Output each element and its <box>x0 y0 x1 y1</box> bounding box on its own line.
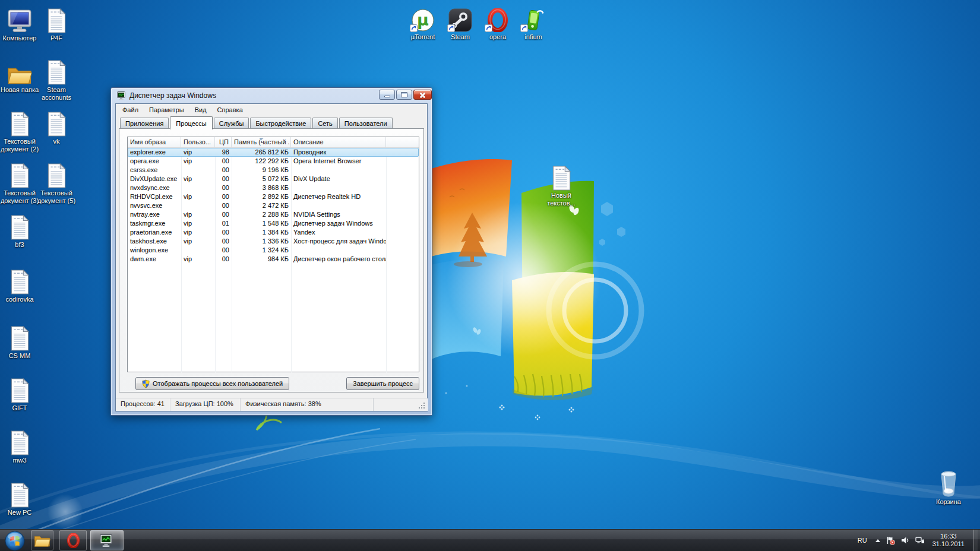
cell-ЦП: 00 <box>215 255 232 264</box>
desktop-icon-codirovka[interactable]: codirovka <box>0 267 42 303</box>
column-header-Пользо...[interactable]: Пользо... <box>181 137 215 147</box>
taskbar: RU 16:33 31.10.2011 <box>0 529 980 551</box>
process-row-dwm.exe[interactable]: dwm.exevip00984 КБДиспетчер окон рабочег… <box>128 255 419 264</box>
process-row-praetorian.exe[interactable]: praetorian.exevip001 384 КБYandex <box>128 228 419 237</box>
desktop-icon-textdoc-5[interactable]: Текстовый документ (5) <box>34 161 79 205</box>
volume-icon[interactable] <box>900 536 910 545</box>
menu-Файл[interactable]: Файл <box>117 104 144 115</box>
process-row-DivXUpdate.exe[interactable]: DivXUpdate.exevip005 072 КБDivX Update <box>128 175 419 183</box>
resize-grip[interactable] <box>418 401 426 410</box>
process-row-csrss.exe[interactable]: csrss.exe009 196 КБ <box>128 166 419 175</box>
cell-Имя образа: DivXUpdate.exe <box>128 175 181 183</box>
menu-Параметры[interactable]: Параметры <box>144 104 189 115</box>
cell-Память (частный ...: 1 336 КБ <box>232 237 291 246</box>
cell-ЦП: 00 <box>215 246 232 255</box>
column-header-Имя образа[interactable]: Имя образа <box>128 137 181 147</box>
cell-Пользо...: vip <box>181 255 215 264</box>
maximize-button[interactable] <box>396 90 412 100</box>
desktop-icon-label: Текстовый документ (5) <box>34 189 79 205</box>
cell-Описание: Диспетчер задач Windows <box>291 219 386 228</box>
process-row-opera.exe[interactable]: opera.exevip00122 292 КБOpera Internet B… <box>128 157 419 166</box>
shortcut-arrow-icon <box>485 24 492 32</box>
cell-ЦП: 00 <box>215 157 232 166</box>
tab-Процессы[interactable]: Процессы <box>170 116 212 129</box>
desktop-icon-vk[interactable]: vk <box>34 109 79 145</box>
window-client-area: ФайлПараметрыВидСправка ПриложенияПроцес… <box>115 103 428 411</box>
desktop-icon-mw3[interactable]: mw3 <box>0 428 42 464</box>
start-button[interactable] <box>4 530 26 551</box>
title-bar[interactable]: Диспетчер задач Windows <box>111 88 432 103</box>
textdoc-icon <box>34 161 79 188</box>
desktop-icon-recycle-bin[interactable]: Корзина <box>926 470 971 506</box>
desktop-icon-new-pc[interactable]: New PC <box>0 480 42 517</box>
show-all-processes-button[interactable]: Отображать процессы всех пользователей <box>135 377 289 390</box>
cell-Имя образа: dwm.exe <box>128 255 181 264</box>
desktop-icon-p4f[interactable]: P4F <box>34 6 79 42</box>
desktop-icon-steam-accounts[interactable]: Steam acconunts <box>34 58 79 102</box>
clock[interactable]: 16:33 31.10.2011 <box>930 533 967 548</box>
cell-Пользо...: vip <box>181 192 215 201</box>
desktop-icon-gift[interactable]: GIFT <box>0 376 42 412</box>
process-row-nvvsvc.exe[interactable]: nvvsvc.exe002 472 КБ <box>128 201 419 210</box>
cell-ЦП: 00 <box>215 175 232 183</box>
desktop-icon-bf3[interactable]: bf3 <box>0 213 42 249</box>
process-row-explorer.exe[interactable]: explorer.exevip98265 812 КБПроводник <box>128 148 419 157</box>
status-cpu: Загрузка ЦП: 100% <box>170 398 241 411</box>
uac-shield-icon <box>142 379 150 388</box>
tab-Пользователи[interactable]: Пользователи <box>339 118 393 129</box>
cell-Память (частный ...: 1 324 КБ <box>232 246 291 255</box>
action-center-flag-icon[interactable] <box>886 536 895 545</box>
menu-Справка[interactable]: Справка <box>212 104 248 115</box>
process-row-taskhost.exe[interactable]: taskhost.exevip001 336 КБХост-процесс дл… <box>128 237 419 246</box>
end-process-button[interactable]: Завершить процесс <box>346 377 419 390</box>
list-header: Имя образаПользо...ЦППамять (частный ...… <box>128 137 419 148</box>
cell-Описание: Диспетчер окон рабочего стола <box>291 255 386 264</box>
window-title: Диспетчер задач Windows <box>129 91 216 100</box>
cell-Память (частный ...: 984 КБ <box>232 255 291 264</box>
tab-Приложения[interactable]: Приложения <box>120 118 169 129</box>
recycle-icon <box>926 470 971 497</box>
textdoc-icon <box>0 376 42 403</box>
process-row-nvxdsync.exe[interactable]: nvxdsync.exe003 868 КБ <box>128 183 419 192</box>
tab-Сеть[interactable]: Сеть <box>312 118 337 129</box>
language-indicator[interactable]: RU <box>855 534 870 546</box>
textdoc-icon <box>34 109 79 137</box>
cell-Описание <box>291 183 386 192</box>
desktop-icon-label: mw3 <box>0 457 42 464</box>
show-desktop-button[interactable] <box>973 530 978 551</box>
desktop-icon-cs-mm[interactable]: CS MM <box>0 324 42 360</box>
desktop-icon-infium[interactable]: infium <box>511 5 556 41</box>
close-button[interactable] <box>413 90 432 100</box>
cell-Память (частный ...: 122 292 КБ <box>232 157 291 166</box>
cell-ЦП: 00 <box>215 183 232 192</box>
taskbar-button-opera[interactable] <box>59 530 87 550</box>
process-row-taskmgr.exe[interactable]: taskmgr.exevip011 548 КБДиспетчер задач … <box>128 219 419 228</box>
cell-ЦП: 00 <box>215 237 232 246</box>
taskbar-button-taskmgr[interactable] <box>90 530 124 550</box>
process-row-nvtray.exe[interactable]: nvtray.exevip002 288 КБNVIDIA Settings <box>128 210 419 219</box>
cell-Описание: Opera Internet Browser <box>291 157 386 166</box>
column-header-ЦП[interactable]: ЦП <box>215 137 232 147</box>
desktop-icon-new-text[interactable]: Новый текстов... <box>539 163 584 207</box>
desktop-icon-label: Новый текстов... <box>539 192 584 207</box>
process-row-winlogon.exe[interactable]: winlogon.exe001 324 КБ <box>128 246 419 255</box>
column-header-Память (частный ...[interactable]: Память (частный ... <box>232 137 291 147</box>
column-header-Описание[interactable]: Описание <box>291 137 386 147</box>
cell-Память (частный ...: 2 472 КБ <box>232 201 291 210</box>
textdoc-icon <box>539 163 584 191</box>
taskbar-button-explorer[interactable] <box>31 530 53 550</box>
network-icon[interactable] <box>915 536 925 545</box>
menu-Вид[interactable]: Вид <box>189 104 212 115</box>
textdoc-icon <box>0 324 42 351</box>
cell-Память (частный ...: 2 892 КБ <box>232 192 291 201</box>
show-hidden-icons-button[interactable] <box>875 539 880 542</box>
cell-Память (частный ...: 9 196 КБ <box>232 166 291 175</box>
menu-bar: ФайлПараметрыВидСправка <box>116 104 427 116</box>
cell-Описание <box>291 246 386 255</box>
minimize-button[interactable] <box>379 90 395 100</box>
cell-Описание: DivX Update <box>291 175 386 183</box>
tab-Быстродействие[interactable]: Быстродействие <box>250 118 311 129</box>
process-row-RtHDVCpl.exe[interactable]: RtHDVCpl.exevip002 892 КБДиспетчер Realt… <box>128 192 419 201</box>
system-tray: RU 16:33 31.10.2011 <box>855 530 980 551</box>
tab-Службы[interactable]: Службы <box>214 118 249 129</box>
